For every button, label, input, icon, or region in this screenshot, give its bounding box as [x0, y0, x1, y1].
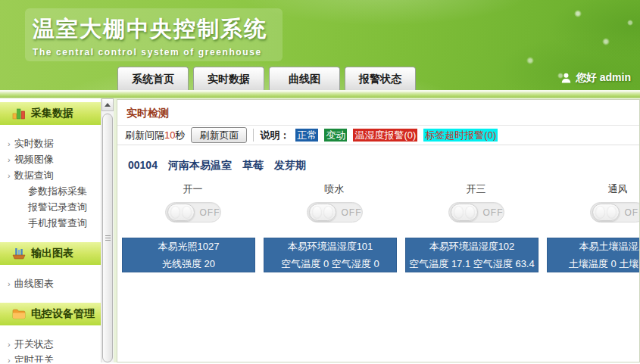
refresh-interval-prefix: 刷新间隔: [125, 129, 164, 141]
toggle-knob[interactable]: [309, 204, 336, 221]
refresh-page-button[interactable]: 刷新页面: [191, 127, 247, 143]
tab-alarm-status[interactable]: 报警状态: [345, 67, 416, 90]
greenhouse-name: 河南本易温室: [168, 159, 232, 173]
page-title: 实时检测: [126, 107, 169, 119]
sensor-card-title: 本易土壤温湿度: [579, 240, 640, 254]
legend-tag-change: 变动: [324, 129, 347, 142]
sidebar: 采集数据 ›实时数据 ›视频图像 ›数据查询 参数指标采集 报警记录查询 手机报…: [0, 98, 101, 362]
sidebar-item-alarm-record-query[interactable]: 报警记录查询: [0, 199, 101, 215]
sidebar-item-param-collect[interactable]: 参数指标采集: [0, 183, 101, 199]
chevron-right-icon: ›: [8, 356, 11, 362]
greenhouse-stage: 发芽期: [274, 159, 306, 173]
greenhouse-id: 00104: [128, 159, 158, 173]
chevron-right-icon: ›: [8, 155, 11, 164]
switch-label: 开三: [467, 182, 486, 196]
refresh-interval-suffix: 秒: [175, 129, 185, 141]
sidebar-item-label: 视频图像: [14, 154, 54, 165]
main-panel: 实时检测 刷新间隔10秒 刷新页面 说明： 正常 变动 温湿度报警(0) 标签超…: [117, 99, 640, 362]
tab-system-home[interactable]: 系统首页: [117, 67, 189, 90]
app-subtitle: The central control system of greenhouse: [33, 47, 272, 58]
sidebar-item-label: 参数指标采集: [28, 185, 87, 197]
scrollbar-thumb[interactable]: [102, 114, 113, 362]
chevron-right-icon: ›: [8, 139, 11, 148]
scrollbar-up-button[interactable]: [101, 98, 114, 111]
sensor-card-soil: 本易土壤温湿度 土壤温度 0 土壤湿度: [547, 238, 640, 272]
user-greeting: 您好 admin: [561, 71, 631, 85]
refresh-interval-value: 10: [164, 129, 175, 141]
switch-column-open1: 开一 OFF: [122, 182, 264, 222]
toggle-knob[interactable]: [167, 204, 195, 221]
toggle-state-label: OFF: [200, 207, 220, 218]
header-divider-bar: [0, 92, 640, 98]
tab-curve-chart[interactable]: 曲线图: [269, 67, 340, 90]
main-content-area: 实时检测 刷新间隔10秒 刷新页面 说明： 正常 变动 温湿度报警(0) 标签超…: [114, 98, 640, 362]
legend-tag-normal: 正常: [295, 129, 318, 142]
toggle-switch-open3[interactable]: OFF: [448, 202, 504, 222]
folder-icon: [12, 308, 26, 320]
sidebar-section-output-charts[interactable]: 输出图表: [0, 241, 101, 266]
toggle-switch-ventilation[interactable]: OFF: [590, 202, 640, 222]
sensor-card-reading: 空气温度 17.1 空气湿度 63.4: [409, 257, 534, 271]
main-nav: 系统首页 实时数据 曲线图 报警状态: [117, 67, 416, 90]
legend-label: 说明：: [260, 129, 289, 142]
toggle-knob[interactable]: [592, 204, 620, 221]
sensor-card-light: 本易光照1027 光线强度 20: [122, 238, 255, 272]
up-arrow-icon: [105, 103, 111, 107]
sidebar-scrollbar[interactable]: [101, 98, 114, 362]
sidebar-item-video-image[interactable]: ›视频图像: [0, 151, 101, 167]
greeting-text: 您好 admin: [576, 71, 631, 85]
sidebar-item-label: 实时数据: [14, 138, 54, 149]
toolbar: 刷新间隔10秒 刷新页面 说明： 正常 变动 温湿度报警(0) 标签超时报警(0…: [117, 126, 639, 145]
tab-realtime-data[interactable]: 实时数据: [193, 67, 264, 90]
sensor-card-row: 本易光照1027 光线强度 20 本易环境温湿度101 空气温度 0 空气湿度 …: [117, 238, 640, 272]
sensor-card-title: 本易环境温湿度102: [429, 240, 515, 254]
sidebar-item-timer-switch[interactable]: ›定时开关: [0, 352, 101, 362]
app-header: 温室大棚中央控制系统 The central control system of…: [0, 0, 640, 92]
toggle-state-label: OFF: [483, 207, 504, 218]
switch-row: 开一 OFF 喷水 OFF 开三: [117, 182, 639, 222]
user-icon: [561, 73, 571, 83]
sidebar-item-realtime-data[interactable]: ›实时数据: [0, 135, 101, 151]
chevron-right-icon: ›: [8, 340, 11, 349]
sidebar-item-curve-charts[interactable]: ›曲线图表: [0, 275, 101, 291]
toggle-state-label: OFF: [342, 207, 362, 218]
switch-label: 喷水: [325, 182, 345, 196]
sidebar-items-collect: ›实时数据 ›视频图像 ›数据查询 参数指标采集 报警记录查询 手机报警查询: [0, 126, 101, 234]
toggle-switch-open1[interactable]: OFF: [165, 202, 221, 222]
toggle-switch-spray[interactable]: OFF: [307, 202, 363, 222]
chevron-right-icon: ›: [8, 171, 11, 180]
sidebar-item-label: 曲线图表: [14, 278, 54, 289]
title-plate: 温室大棚中央控制系统 The central control system of…: [25, 8, 283, 61]
sensor-card-env-102: 本易环境温湿度102 空气温度 17.1 空气湿度 63.4: [405, 238, 539, 272]
sidebar-item-phone-alarm-query[interactable]: 手机报警查询: [0, 215, 101, 231]
sidebar-section-title: 输出图表: [31, 247, 73, 260]
sensor-card-env-101: 本易环境温湿度101 空气温度 0 空气湿度 0: [264, 238, 397, 272]
bar-chart-3d-icon: [12, 107, 26, 120]
switch-column-open3: 开三 OFF: [405, 182, 547, 222]
greenhouse-group-title: 00104 河南本易温室 草莓 发芽期: [128, 159, 639, 173]
sidebar-section-device-management[interactable]: 电控设备管理: [0, 302, 101, 327]
legend-tag-timeout-alarm: 标签超时报警(0): [423, 129, 498, 142]
app-title: 温室大棚中央控制系统: [33, 14, 272, 45]
sidebar-item-label: 开关状态: [14, 338, 54, 350]
chevron-right-icon: ›: [8, 279, 11, 288]
switch-column-ventilation: 通风 OFF: [547, 182, 640, 222]
chart-output-icon: [12, 247, 26, 260]
legend-tag-temp-humidity-alarm: 温湿度报警(0): [353, 129, 417, 142]
sidebar-item-label: 定时开关: [14, 354, 54, 362]
sensor-card-reading: 空气温度 0 空气湿度 0: [281, 257, 379, 271]
toggle-knob[interactable]: [451, 204, 478, 221]
refresh-interval-text: 刷新间隔10秒: [125, 129, 185, 142]
switch-column-spray: 喷水 OFF: [264, 182, 405, 222]
sidebar-item-label: 数据查询: [14, 170, 54, 181]
sidebar-section-collect-data[interactable]: 采集数据: [0, 101, 101, 126]
sidebar-section-title: 采集数据: [31, 107, 73, 120]
toggle-state-label: OFF: [625, 207, 640, 218]
page-title-row: 实时检测: [117, 100, 639, 126]
sidebar-item-label: 报警记录查询: [28, 201, 87, 213]
sidebar-item-data-query[interactable]: ›数据查询: [0, 167, 101, 183]
sensor-card-reading: 光线强度 20: [162, 257, 215, 271]
sidebar-item-switch-status[interactable]: ›开关状态: [0, 336, 101, 352]
switch-label: 通风: [608, 182, 628, 196]
sidebar-item-label: 手机报警查询: [28, 217, 87, 229]
